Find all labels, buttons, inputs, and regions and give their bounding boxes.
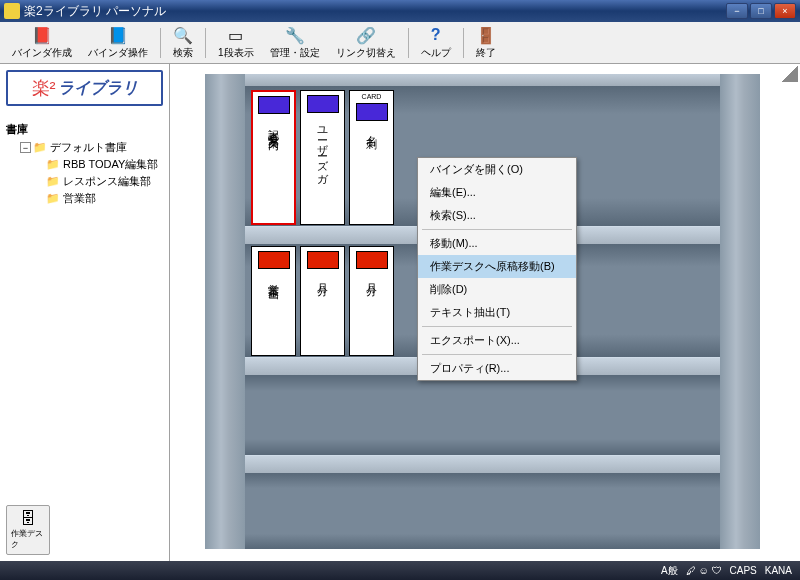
binder-r2-1[interactable]: 月分 [300,246,345,356]
help-button[interactable]: ?ヘルプ [415,23,457,62]
collapse-icon[interactable]: − [20,142,31,153]
ime-status[interactable]: A般 [661,564,678,578]
tree-root-label: デフォルト書庫 [50,140,127,155]
minimize-button[interactable]: − [726,3,748,19]
caps-status: CAPS [730,565,757,576]
shelf-back-4 [245,473,720,549]
binder-title: 月分 [364,275,379,279]
operate-icon: 📘 [108,25,128,45]
shelf-back-3 [245,375,720,455]
folder-icon: 📁 [46,175,60,188]
help-icon: ? [426,25,446,45]
settings-icon: 🔧 [285,25,305,45]
menu-delete[interactable]: 削除(D) [418,278,576,301]
settings-button[interactable]: 🔧管理・設定 [264,23,326,62]
toolbar-separator [463,28,464,58]
toolbar-separator [205,28,206,58]
cabinet-side-right [720,74,760,549]
menu-separator [422,229,572,230]
menu-separator [422,326,572,327]
window-title: 楽2ライブラリ パーソナル [24,3,724,20]
folder-icon: 📁 [46,158,60,171]
window-titlebar: 楽2ライブラリ パーソナル − □ × [0,0,800,22]
menu-export[interactable]: エクスポート(X)... [418,329,576,352]
binder-title: 月分 [315,275,330,279]
sidebar: 楽² ライブラリ 書庫 − 📁 デフォルト書庫 📁RBB TODAY編集部 📁レ… [0,64,170,561]
menu-open[interactable]: バインダを開く(O) [418,158,576,181]
display-button[interactable]: ▭1段表示 [212,23,260,62]
card-label: CARD [362,93,382,100]
exit-button[interactable]: 🚪終了 [470,23,502,62]
binder-r2-0[interactable]: 営業企画 [251,246,296,356]
toolbar-separator [408,28,409,58]
menu-edit[interactable]: 編集(E)... [418,181,576,204]
tree-header: 書庫 [2,120,167,139]
binder-title: 名刺 [364,127,379,131]
binder-colortab [307,95,339,113]
menu-separator [422,354,572,355]
logo-text: ライブラリ [58,78,138,99]
binder-title: 記者会見案内 [266,120,281,132]
binder-title: 営業企画 [266,275,281,283]
cabinet-top [245,74,720,86]
menu-search[interactable]: 検索(S)... [418,204,576,227]
operate-binder-button[interactable]: 📘バインダ操作 [82,23,154,62]
link-icon: 🔗 [356,25,376,45]
folder-icon: 📁 [46,192,60,205]
tree-leaf-2[interactable]: 📁営業部 [2,190,167,207]
binder-colortab [258,96,290,114]
folder-icon: 📁 [33,141,47,154]
toolbar-separator [160,28,161,58]
create-binder-button[interactable]: 📕バインダ作成 [6,23,78,62]
main-area: 楽² ライブラリ 書庫 − 📁 デフォルト書庫 📁RBB TODAY編集部 📁レ… [0,64,800,561]
tree-leaf-0[interactable]: 📁RBB TODAY編集部 [2,156,167,173]
binder-colortab [307,251,339,269]
maximize-button[interactable]: □ [750,3,772,19]
link-button[interactable]: 🔗リンク切替え [330,23,402,62]
binder-colortab [356,103,388,121]
menu-movedesk[interactable]: 作業デスクへ原稿移動(B) [418,255,576,278]
search-button[interactable]: 🔍検索 [167,23,199,62]
binder-colortab [356,251,388,269]
shelf-plate-3 [245,455,720,473]
shelf-area: 記者会見案内 ユーザーズガ CARD 名刺 営業企画 [170,64,800,561]
toolbar: 📕バインダ作成 📘バインダ操作 🔍検索 ▭1段表示 🔧管理・設定 🔗リンク切替え… [0,22,800,64]
binder-2[interactable]: CARD 名刺 [349,90,394,225]
binder-r2-2[interactable]: 月分 [349,246,394,356]
exit-icon: 🚪 [476,25,496,45]
binder-title: ユーザーズガ [315,119,330,180]
tree-root[interactable]: − 📁 デフォルト書庫 [2,139,167,156]
tree-leaf-1[interactable]: 📁レスポンス編集部 [2,173,167,190]
binder-colortab [258,251,290,269]
desk-label: 作業デスク [11,528,45,550]
context-menu: バインダを開く(O) 編集(E)... 検索(S)... 移動(M)... 作業… [417,157,577,381]
menu-move[interactable]: 移動(M)... [418,232,576,255]
desk-icon: 🗄 [20,510,36,528]
menu-extract[interactable]: テキスト抽出(T) [418,301,576,324]
taskbar: A般 🖊 ☺ 🛡 CAPS KANA [0,561,800,580]
workdesk-button[interactable]: 🗄 作業デスク [6,505,50,555]
kana-status: KANA [765,565,792,576]
create-icon: 📕 [32,25,52,45]
pagecurl-icon [782,66,798,82]
close-button[interactable]: × [774,3,796,19]
app-logo: 楽² ライブラリ [6,70,163,112]
binder-0[interactable]: 記者会見案内 [251,90,296,225]
app-icon [4,3,20,19]
search-icon: 🔍 [173,25,193,45]
menu-property[interactable]: プロパティ(R)... [418,357,576,380]
display-icon: ▭ [226,25,246,45]
cabinet-side-left [205,74,245,549]
folder-tree: 書庫 − 📁 デフォルト書庫 📁RBB TODAY編集部 📁レスポンス編集部 📁… [0,118,169,499]
binder-1[interactable]: ユーザーズガ [300,90,345,225]
logo-star-icon: 楽² [32,76,56,100]
